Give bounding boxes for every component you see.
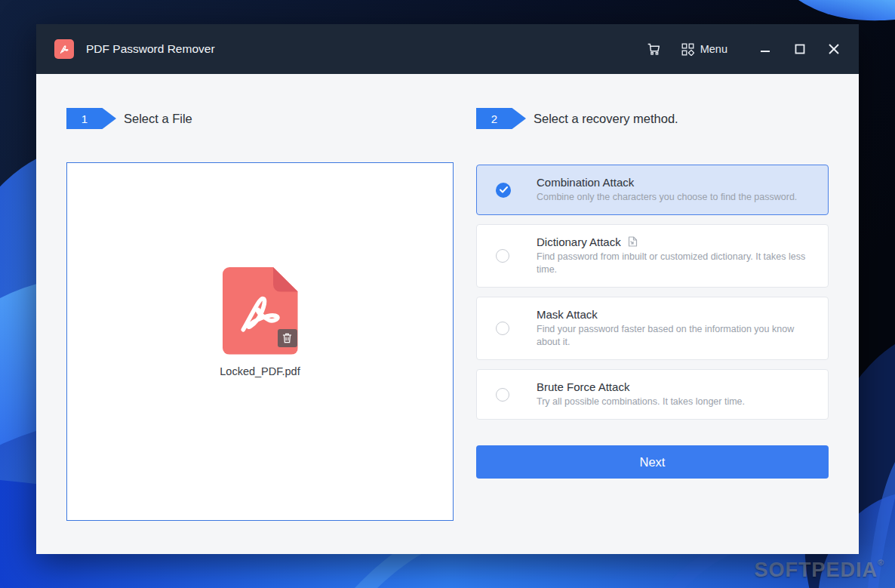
dictionary-description: Find password from inbuilt or customized… [537, 251, 814, 277]
remove-file-button[interactable] [278, 329, 297, 347]
softpedia-watermark-text: SOFTPEDIA [754, 559, 878, 581]
cart-icon [645, 41, 662, 57]
acrobat-logo-icon [57, 42, 71, 56]
combination-radio-wrap [496, 183, 511, 198]
step1-badge: 1 [66, 108, 116, 129]
close-icon [828, 43, 840, 55]
menu-grid-icon [681, 43, 694, 56]
combination-selected-radio[interactable] [496, 183, 511, 198]
file-drop-panel[interactable]: Locked_PDF.pdf [66, 162, 454, 521]
maximize-button[interactable] [794, 44, 806, 54]
step2-header: 2 Select a recovery method. [476, 108, 678, 129]
mask-description: Find your password faster based on the i… [537, 323, 814, 349]
mask-radio[interactable] [496, 322, 509, 335]
menu-button[interactable]: Menu [681, 43, 727, 56]
titlebar: PDF Password Remover Menu [36, 24, 859, 74]
menu-label: Menu [700, 43, 727, 55]
mask-radio-wrap [496, 322, 509, 335]
combination-text-block: Combination Attack Combine only the char… [537, 176, 814, 204]
cart-button[interactable] [645, 41, 662, 57]
brute-force-title: Brute Force Attack [537, 380, 629, 393]
pdf-file-thumbnail [223, 267, 298, 355]
softpedia-watermark: SOFTPEDIA® [754, 559, 884, 582]
app-window: PDF Password Remover Menu [36, 24, 859, 554]
close-button[interactable] [827, 43, 841, 55]
file-name-label: Locked_PDF.pdf [220, 365, 300, 377]
brute-force-description: Try all possible combinations. It takes … [537, 396, 814, 408]
dictionary-settings-icon[interactable] [626, 236, 638, 248]
brute-force-radio-wrap [496, 388, 509, 402]
step2-label: Select a recovery method. [534, 112, 678, 126]
method-card-combination-attack[interactable]: Combination Attack Combine only the char… [476, 165, 829, 215]
combination-title: Combination Attack [537, 176, 634, 189]
mask-title: Mask Attack [537, 308, 598, 321]
main-content: 1 Select a File 2 Select a recovery meth… [36, 74, 859, 554]
pdf-app-icon [54, 39, 74, 59]
brute-force-radio[interactable] [496, 388, 509, 402]
dictionary-title: Dictionary Attack [537, 236, 621, 248]
method-card-dictionary-attack[interactable]: Dictionary Attack Find password from inb… [476, 224, 829, 288]
method-card-mask-attack[interactable]: Mask Attack Find your password faster ba… [476, 297, 829, 360]
dictionary-text-block: Dictionary Attack Find password from inb… [537, 236, 814, 277]
trash-icon [282, 333, 292, 343]
next-button[interactable]: Next [476, 445, 829, 479]
dictionary-radio[interactable] [496, 249, 509, 263]
combination-description: Combine only the characters you choose t… [537, 191, 814, 204]
step1-label: Select a File [124, 112, 192, 126]
step1-header: 1 Select a File [66, 108, 192, 129]
mask-text-block: Mask Attack Find your password faster ba… [537, 308, 814, 349]
brute-force-text-block: Brute Force Attack Try all possible comb… [537, 380, 814, 408]
method-card-brute-force-attack[interactable]: Brute Force Attack Try all possible comb… [476, 369, 829, 420]
minimize-button[interactable] [759, 44, 771, 54]
window-title: PDF Password Remover [86, 42, 215, 56]
checkmark-icon [500, 186, 508, 193]
step2-badge: 2 [476, 108, 526, 129]
softpedia-registered-mark: ® [878, 558, 884, 567]
maximize-icon [795, 44, 805, 54]
selected-file-item[interactable]: Locked_PDF.pdf [220, 267, 300, 377]
minimize-icon [760, 44, 770, 54]
dictionary-radio-wrap [496, 249, 509, 263]
